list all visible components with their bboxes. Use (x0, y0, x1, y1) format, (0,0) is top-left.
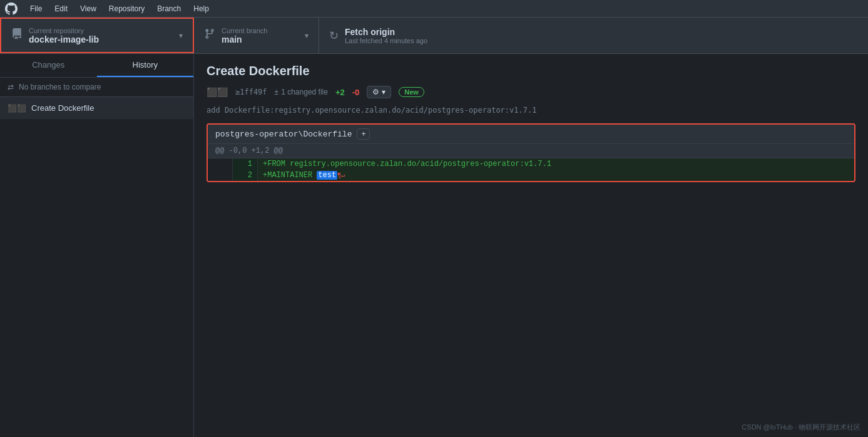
branch-value: main (222, 34, 267, 44)
menu-view[interactable]: View (75, 3, 101, 14)
branch-selector[interactable]: Current branch main ▾ (194, 18, 319, 53)
commit-list-item[interactable]: ⬛⬛ Create Dockerfile (0, 97, 193, 119)
diff-minus-count: -0 (352, 88, 360, 97)
diff-line-2: 2 +MAINTAINER test¶↵ (208, 170, 854, 181)
commit-meta: ⬛⬛ ≥1ff49f ± 1 changed file +2 -0 ⚙ ▾ Ne… (207, 86, 855, 98)
repo-selector[interactable]: Current repository docker-image-lib ▾ (0, 18, 194, 53)
diff-line-old-num-1 (208, 158, 233, 170)
branch-label: Current branch (222, 27, 267, 34)
diff-line-content-2: +MAINTAINER test¶↵ (258, 170, 854, 181)
fetch-content: Fetch origin Last fetched 4 minutes ago (345, 27, 427, 44)
branch-icon (204, 28, 215, 43)
diff-container: postgres-operator\Dockerfile + @@ -0,0 +… (207, 123, 855, 182)
branch-compare-label: No branches to compare (19, 83, 101, 91)
branch-compare[interactable]: ⇄ No branches to compare (0, 78, 193, 97)
diff-line-content-1: +FROM registry.opensource.zalan.do/acid/… (258, 158, 854, 170)
diff-plus-count: +2 (335, 88, 345, 97)
menu-branch[interactable]: Branch (152, 3, 186, 14)
commit-message: add Dockerfile:registry.opensource.zalan… (207, 106, 855, 115)
tab-history[interactable]: History (97, 54, 194, 77)
sidebar: Changes History ⇄ No branches to compare… (0, 54, 194, 437)
toolbar: Current repository docker-image-lib ▾ Cu… (0, 18, 868, 54)
main-layout: Changes History ⇄ No branches to compare… (0, 54, 868, 437)
commit-title: Create Dockerfile (207, 64, 855, 78)
sidebar-tabs: Changes History (0, 54, 193, 78)
repo-label: Current repository (29, 27, 99, 34)
diff-lines: 1 +FROM registry.opensource.zalan.do/aci… (208, 158, 854, 181)
repo-chevron-icon: ▾ (179, 31, 183, 40)
watermark: CSDN @IoTHub · 物联网开源技术社区 (742, 423, 860, 432)
fetch-origin-button[interactable]: ↻ Fetch origin Last fetched 4 minutes ag… (319, 18, 476, 53)
gear-icon: ⚙ (372, 88, 379, 96)
eol-marker: ¶↵ (337, 172, 345, 179)
fetch-subtitle: Last fetched 4 minutes ago (345, 37, 427, 44)
branch-chevron-icon: ▾ (305, 31, 309, 40)
github-logo-icon (5, 3, 18, 15)
repo-value: docker-image-lib (29, 34, 99, 44)
diff-line-1: 1 +FROM registry.opensource.zalan.do/aci… (208, 158, 854, 170)
commit-meta-icon: ⬛⬛ (207, 87, 228, 97)
tab-changes[interactable]: Changes (0, 54, 97, 77)
branch-content: Current branch main (222, 27, 267, 44)
commit-item-label: Create Dockerfile (31, 103, 94, 113)
branch-compare-icon: ⇄ (8, 83, 14, 91)
repo-content: Current repository docker-image-lib (29, 27, 99, 44)
highlight-text: test (317, 171, 337, 180)
diff-settings-button[interactable]: ⚙ ▾ (367, 86, 391, 98)
files-changed-count: 1 changed file (281, 88, 328, 96)
commit-item-icon: ⬛⬛ (8, 104, 26, 113)
new-badge: New (399, 87, 424, 97)
fetch-icon: ↻ (329, 29, 339, 43)
diff-expand-button[interactable]: + (357, 128, 370, 140)
main-content: Create Dockerfile ⬛⬛ ≥1ff49f ± 1 changed… (194, 54, 868, 437)
diff-file-header: postgres-operator\Dockerfile + (208, 125, 854, 144)
files-icon: ± (275, 88, 279, 96)
menu-edit[interactable]: Edit (49, 3, 73, 14)
gear-chevron-icon: ▾ (382, 88, 385, 96)
repo-icon (11, 28, 23, 43)
diff-line-new-num-1: 1 (233, 158, 258, 170)
fetch-title: Fetch origin (345, 27, 427, 37)
diff-hunk-header: @@ -0,0 +1,2 @@ (208, 144, 854, 158)
diff-line-old-num-2 (208, 170, 233, 181)
menu-repository[interactable]: Repository (104, 3, 150, 14)
menu-bar: File Edit View Repository Branch Help (0, 0, 868, 18)
diff-line-new-num-2: 2 (233, 170, 258, 181)
commit-hash: ≥1ff49f (235, 88, 267, 96)
menu-help[interactable]: Help (188, 3, 214, 14)
menu-file[interactable]: File (25, 3, 47, 14)
commit-files-badge: ± 1 changed file (275, 88, 328, 96)
diff-file-name: postgres-operator\Dockerfile (215, 130, 352, 139)
